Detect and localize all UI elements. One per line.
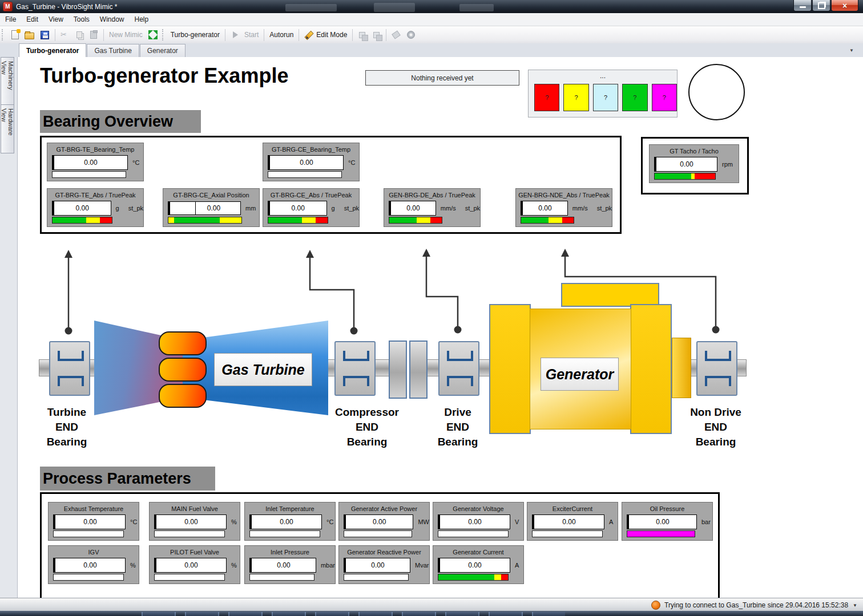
toolbar-grip[interactable] (162, 29, 166, 40)
gauge-generator-current[interactable]: Generator Current0.00A (433, 545, 524, 584)
mimic-name-button[interactable]: Turbo-generator (168, 29, 223, 40)
gauge-value: 0.00 (52, 155, 128, 170)
gauge-gt-brg-te-abs-truepeak[interactable]: GT-BRG-TE_Abs / TruePeak0.00gst_pk (47, 188, 144, 227)
gauge-value: 0.00 (249, 558, 316, 573)
gauge-units: gst_pk (332, 205, 359, 212)
gauge-value: 0.00 (154, 558, 227, 573)
eraser-button[interactable] (389, 28, 404, 42)
indicator-boxes: ????? (529, 83, 677, 111)
tab-turbo-generator[interactable]: Turbo-generator (19, 43, 86, 58)
gauge-unit: V (515, 518, 519, 525)
gauge-main-fuel-valve[interactable]: MAIN Fuel Valve0.00% (149, 502, 240, 541)
gauge-units: % (130, 562, 136, 569)
side-tab-hardware-view[interactable]: Hardware View (1, 104, 14, 153)
gauge-value: 0.00 (249, 514, 322, 529)
new-file-button[interactable] (7, 29, 22, 41)
side-tab-machinery-view[interactable]: Machinery View (1, 57, 14, 106)
indicator-box-1[interactable]: ? (534, 84, 559, 111)
menu-item-tools[interactable]: Tools (68, 14, 95, 25)
start-button[interactable]: Start (228, 29, 261, 40)
toolbar-separator (299, 29, 299, 41)
gauge-label: Exhaust Temperature (49, 502, 139, 512)
gauge-gen-brg-nde-abs-truepeak[interactable]: GEN-BRG-NDE_Abs / TruePeak0.00mm/sst_pk (515, 188, 612, 227)
gauge-unit: bar (701, 518, 711, 525)
send-backward-icon (373, 32, 380, 38)
disc-button[interactable] (404, 29, 418, 41)
autorun-button[interactable]: Autorun (267, 29, 296, 40)
windows-taskbar[interactable] (0, 611, 863, 616)
gauge-gt-brg-ce-abs-truepeak[interactable]: GT-BRG-CE_Abs / TruePeak0.00gst_pk (263, 188, 360, 227)
gauge-units: gst_pk (116, 205, 143, 212)
gauge-inlet-temperature[interactable]: Inlet Temperature0.00°C (244, 502, 336, 541)
gauge-label: Inlet Pressure (245, 546, 335, 556)
gauge-generator-reactive-power[interactable]: Generator Reactive Power0.00Mvar (338, 545, 430, 584)
gauge-gt-brg-te-bearing-temp[interactable]: GT-BRG-TE_Bearing_Temp0.00°C (47, 143, 144, 181)
gauge-limit-bar (53, 574, 124, 581)
status-dropdown-icon[interactable]: ▼ (853, 603, 857, 608)
gauge-gt-tacho-tacho[interactable]: GT Tacho / Tacho0.00rpm (649, 144, 739, 183)
gauge-excitercurrent[interactable]: ExciterCurrent0.00A (527, 502, 618, 541)
menu-item-edit[interactable]: Edit (21, 14, 43, 25)
indicator-box-2[interactable]: ? (563, 84, 588, 111)
toolbar-grip[interactable] (2, 29, 5, 40)
open-file-button[interactable] (22, 29, 37, 41)
page-title: Turbo-generator Example (40, 64, 288, 88)
gauge-units: MW (418, 518, 429, 525)
cut-icon: ✂ (61, 30, 70, 39)
gauge-label: PILOT Fuel Valve (150, 546, 240, 556)
indicator-box-3[interactable]: ? (593, 84, 618, 111)
gauge-value: 0.00 (168, 201, 241, 215)
gauge-unit-suffix: st_pk (128, 205, 143, 212)
gauge-limit-bar (532, 530, 603, 537)
menu-item-file[interactable]: File (0, 14, 21, 25)
message-box[interactable]: Nothing received yet (365, 70, 519, 86)
menu-item-window[interactable]: Window (95, 14, 130, 25)
copy-button[interactable] (72, 29, 86, 41)
taskbar-buttons[interactable] (137, 612, 565, 616)
new-mimic-button[interactable]: New Mimic (106, 29, 146, 40)
gauge-label: Oil Pressure (622, 502, 712, 512)
menu-item-help[interactable]: Help (130, 14, 154, 25)
save-button[interactable] (37, 29, 53, 42)
cut-button[interactable]: ✂ (58, 29, 72, 41)
indicator-panel[interactable]: ... ????? (528, 70, 678, 117)
bring-forward-button[interactable] (355, 29, 369, 41)
edit-mode-label: Edit Mode (316, 31, 347, 39)
gauge-gen-brg-de-abs-truepeak[interactable]: GEN-BRG-DE_Abs / TruePeak0.00mm/sst_pk (384, 188, 481, 227)
gauge-gt-brg-ce-bearing-temp[interactable]: GT-BRG-CE_Bearing_Temp0.00°C (263, 143, 360, 181)
toolbar-separator (225, 29, 225, 41)
gauge-unit: mm/s (441, 205, 456, 212)
gauge-units: rpm (722, 161, 733, 168)
minimize-button[interactable] (793, 0, 812, 11)
close-button[interactable]: × (831, 0, 858, 11)
gauge-unit: % (130, 562, 136, 569)
gauge-pilot-fuel-valve[interactable]: PILOT Fuel Valve0.00% (149, 545, 240, 584)
edit-mode-button[interactable]: Edit Mode (301, 29, 350, 41)
bearing-caption-4: Non Drive END Bearing (676, 405, 756, 449)
tab-generator[interactable]: Generator (140, 44, 185, 58)
restore-button[interactable] (812, 0, 830, 11)
gauge-generator-active-power[interactable]: Generator Active Power0.00MW (338, 502, 430, 541)
gauge-units: bar (701, 518, 711, 525)
gauge-generator-voltage[interactable]: Generator Voltage0.00V (433, 502, 524, 541)
menu-item-view[interactable]: View (43, 14, 68, 25)
indicator-box-4[interactable]: ? (622, 84, 647, 111)
gauge-limit-bar (154, 574, 225, 581)
mimic-name-label: Turbo-generator (171, 31, 220, 39)
tab-list-dropdown-icon[interactable]: ▼ (849, 48, 854, 53)
gauge-inlet-pressure[interactable]: Inlet Pressure0.00mbar (244, 545, 336, 584)
gauge-oil-pressure[interactable]: Oil Pressure0.00bar (622, 502, 713, 541)
indicator-box-5[interactable]: ? (652, 84, 677, 111)
status-circle[interactable] (688, 64, 745, 120)
paste-button[interactable] (86, 29, 101, 41)
gauge-limit-bar (53, 530, 124, 537)
tab-gas-turbine[interactable]: Gas Turbine (87, 44, 139, 58)
gauge-gt-brg-ce-axial-position[interactable]: GT-BRG-CE_Axial Position0.00mm (163, 188, 260, 227)
gauge-exhaust-temperature[interactable]: Exhaust Temperature0.00°C (48, 502, 139, 541)
new-mimic-label: New Mimic (109, 31, 143, 39)
gauge-value: 0.00 (268, 155, 344, 170)
gauge-igv[interactable]: IGV0.00% (48, 545, 139, 584)
toolbar-separator (264, 29, 264, 41)
send-backward-button[interactable] (369, 29, 384, 41)
fit-screen-button[interactable] (146, 29, 160, 41)
